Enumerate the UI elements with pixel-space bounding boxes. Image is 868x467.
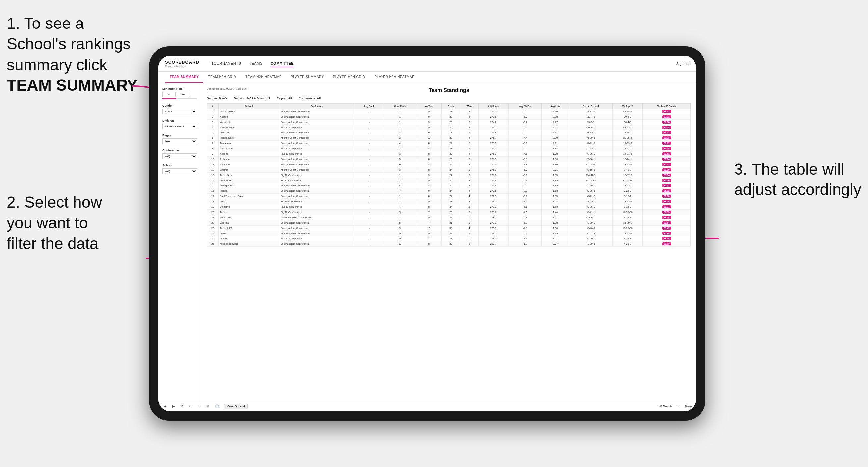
table-row: 15 Georgia Tech Atlantic Coast Conferenc… [207, 183, 691, 188]
tablet-frame: SCOREBOARD Powered by clippi TOURNAMENTS… [149, 46, 705, 421]
conference-select[interactable]: (All) [162, 153, 197, 159]
toolbar-bookmark[interactable]: ☆ [196, 404, 202, 409]
col-overall: Overall Record [569, 104, 612, 109]
instruction-3-line2: adjust accordingly [734, 180, 861, 200]
col-avg-par: Avg To Par [509, 104, 542, 109]
table-row: 16 Florida Southeastern Conference - 7 9… [207, 188, 691, 194]
instruction-3: 3. The table will adjust accordingly [734, 159, 861, 200]
toolbar-refresh[interactable]: ↺ [180, 404, 185, 409]
standings-title: Team Standings [429, 88, 469, 93]
toolbar-grid[interactable]: ⊞ [205, 404, 210, 409]
sub-nav-team-summary[interactable]: TEAM SUMMARY [165, 71, 203, 83]
display-division: NCAA Division I [247, 97, 270, 100]
col-rank: # [207, 104, 219, 109]
slider-bar[interactable] [162, 98, 197, 99]
table-row: 14 Oklahoma Big 12 Conference - 2 9 24 2… [207, 178, 691, 183]
sub-nav-team-h2h-heatmap[interactable]: TEAM H2H HEATMAP [241, 71, 286, 83]
nav-tournaments[interactable]: TOURNAMENTS [211, 60, 241, 67]
sub-nav-player-h2h-heatmap[interactable]: PLAYER H2H HEATMAP [370, 71, 419, 83]
table-row: 17 East Tennessee State Southeastern Con… [207, 194, 691, 199]
tablet-screen: SCOREBOARD Powered by clippi TOURNAMENTS… [158, 56, 696, 411]
table-row: 26 Mississippi State Southeastern Confer… [207, 242, 691, 247]
conference-label: Conference [162, 149, 197, 152]
table-row: 4 Arizona State Pac-12 Conference - 1 9 … [207, 125, 691, 130]
slider-fill [162, 98, 176, 99]
table-row: 19 California Pac-12 Conference - 4 8 24… [207, 204, 691, 210]
display-gender: Men's [219, 97, 227, 100]
instruction-2-line2: you want to [7, 213, 102, 233]
bottom-toolbar: ◀ ▶ ↺ ⌂ ☆ ⊞ 🕐 View: Original 👁 Watch ⋯ S… [158, 401, 696, 411]
col-conf-rank: Conf Rank [384, 104, 416, 109]
minimum-rou-label: Minimum Rou... [162, 88, 197, 91]
table-row: 13 Texas Tech Big 12 Conference - 1 9 27… [207, 173, 691, 178]
logo-text: SCOREBOARD [165, 60, 202, 65]
filter-group-region: Region N/A [162, 134, 197, 144]
table-row: 20 Texas Big 12 Conference - 3 7 20 3 27… [207, 210, 691, 215]
region-select[interactable]: N/A [162, 138, 197, 144]
sign-out[interactable]: Sign out [676, 62, 689, 66]
table-row: 18 Illinois Big Ten Conference - 1 9 23 … [207, 199, 691, 204]
watch-label: Watch [663, 405, 672, 408]
table-row: 7 Tennessee Southeastern Conference - 4 … [207, 141, 691, 146]
table-row: 23 Texas A&M Southeastern Conference - 9… [207, 225, 691, 231]
table-area: Update time: 27/03/2024 16:56:26 Team St… [202, 84, 696, 401]
col-vs50: Vs Top 50 Points [643, 104, 690, 109]
sub-nav-team-h2h-grid[interactable]: TEAM H2H GRID [203, 71, 241, 83]
toolbar-more[interactable]: ⋯ [675, 404, 681, 409]
table-row: 8 Washington Pac-12 Conference - 2 8 23 … [207, 146, 691, 151]
table-row: 5 Ole Miss Southeastern Conference - 3 6… [207, 130, 691, 135]
filter-group-conference: Conference (All) [162, 149, 197, 159]
update-time: Update time: 27/03/2024 16:56:26 [207, 88, 247, 90]
toolbar-view-button[interactable]: View: Original [223, 404, 248, 409]
toolbar-clock[interactable]: 🕐 [214, 404, 220, 409]
toolbar-share-button[interactable]: Share [684, 405, 692, 408]
toolbar-back[interactable]: ◀ [162, 404, 167, 409]
division-select[interactable]: NCAA Division I [162, 124, 197, 129]
display-conference: All [317, 97, 321, 100]
col-no-tour: No Tour [416, 104, 441, 109]
main-content: Minimum Rou... 4 30 Gender Men's [158, 84, 696, 401]
table-row: 11 Arkansas Southeastern Conference - 6 … [207, 162, 691, 167]
instruction-1-text: 1. To see a School's rankings summary cl… [7, 14, 131, 73]
toolbar-forward[interactable]: ▶ [171, 404, 176, 409]
filter-display-row: Gender: Men's Division: NCAA Division I … [207, 97, 691, 100]
min-val[interactable]: 4 [162, 92, 176, 97]
gender-label: Gender [162, 104, 197, 107]
table-row: 12 Virginia Atlantic Coast Conference - … [207, 167, 691, 173]
table-row: 6 Florida State Atlantic Coast Conferenc… [207, 135, 691, 141]
toolbar-home[interactable]: ⌂ [188, 404, 193, 409]
nav-teams[interactable]: TEAMS [249, 60, 262, 67]
table-row: 2 Auburn Southeastern Conference - 1 9 2… [207, 114, 691, 120]
logo-area: SCOREBOARD Powered by clippi [165, 60, 202, 68]
table-row: 25 Oregon Pac-12 Conference - 9 7 21 0 2… [207, 236, 691, 242]
col-wins: Wins [460, 104, 478, 109]
gender-select[interactable]: Men's [162, 108, 197, 114]
nav-committee[interactable]: COMMITTEE [271, 60, 294, 67]
table-row: 9 Arizona Pac-12 Conference - 2 8 23 4 2… [207, 151, 691, 157]
app-header: SCOREBOARD Powered by clippi TOURNAMENTS… [158, 56, 696, 71]
col-vs25: Vs Top 25 [612, 104, 643, 109]
school-select[interactable]: (All) [162, 168, 197, 174]
sidebar-filters: Minimum Rou... 4 30 Gender Men's [158, 84, 202, 401]
table-row: 22 Georgia Southeastern Conference - 8 7… [207, 220, 691, 225]
table-row: 21 New Mexico Mountain West Conference -… [207, 215, 691, 220]
sub-nav-player-h2h-grid[interactable]: PLAYER H2H GRID [329, 71, 370, 83]
standings-table: # School Conference Avg Rank Conf Rank N… [207, 103, 691, 247]
region-label: Region [162, 134, 197, 137]
max-val[interactable]: 30 [177, 92, 190, 97]
instruction-2-line1: 2. Select how [7, 192, 102, 213]
filter-group-division: Division NCAA Division I [162, 119, 197, 129]
sub-nav: TEAM SUMMARY TEAM H2H GRID TEAM H2H HEAT… [158, 71, 696, 84]
table-row: 3 Vanderbilt Southeastern Conference - 1… [207, 120, 691, 125]
toolbar-watch-button[interactable]: 👁 Watch [659, 405, 672, 408]
table-row: 10 Alabama Southeastern Conference - 5 8… [207, 157, 691, 162]
col-avg-rank: Avg Rank [354, 104, 384, 109]
col-avg-low: Avg Low [541, 104, 569, 109]
table-row: 1 North Carolina Atlantic Coast Conferen… [207, 109, 691, 114]
table-row: 24 Duke Atlantic Coast Conference - 5 9 … [207, 231, 691, 236]
sub-nav-player-summary[interactable]: PLAYER SUMMARY [286, 71, 328, 83]
col-rnds: Rnds [441, 104, 460, 109]
filter-group-school: School (All) [162, 164, 197, 174]
division-label: Division [162, 119, 197, 122]
display-region: All [288, 97, 292, 100]
